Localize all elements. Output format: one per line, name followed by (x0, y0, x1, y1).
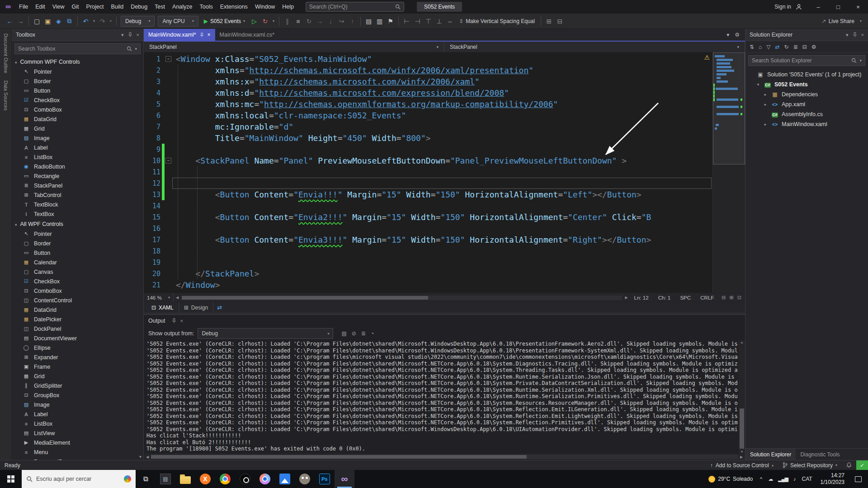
language-indicator[interactable]: CAT (799, 470, 815, 488)
toolbox-item-menu[interactable]: ≡Menu (12, 447, 143, 457)
menu-build[interactable]: Build (107, 0, 127, 14)
notifications-bell-icon[interactable] (842, 460, 856, 470)
hot-reload-dropdown-icon[interactable]: ▾ (271, 15, 276, 27)
toolbox-item-textbox[interactable]: ITextBox (12, 209, 143, 219)
scrollbar-thumb[interactable] (151, 455, 527, 459)
code-line-21[interactable]: 21</Window> (144, 279, 712, 291)
weather-widget[interactable]: 29°C Soleado (705, 470, 756, 488)
search-options-chevron-icon[interactable]: ▾ (859, 58, 862, 63)
code-line-5[interactable]: 5 xmlns:mc="http://schemas.openxmlformat… (144, 99, 712, 110)
output-source-dropdown[interactable]: Debug ▾ (198, 328, 333, 339)
tree-item-solution-s052-events-1-of-1-project[interactable]: ▣Solution 'S052 Events' (1 of 1 project) (745, 70, 868, 80)
document-outline-icon[interactable]: ▥ (374, 15, 385, 27)
collapse-all-icon[interactable]: ⊟ (802, 44, 807, 50)
toolbox-item-groupbox[interactable]: ⊡GroupBox (12, 390, 143, 400)
layout-rows-icon[interactable]: ⊟ (555, 15, 565, 27)
code-line-2[interactable]: 2 xmlns="http://schemas.microsoft.com/wi… (144, 65, 712, 76)
code-line-7[interactable]: 7 mc:Ignorable="d" (144, 121, 712, 132)
close-icon[interactable]: × (137, 32, 139, 38)
toolbox-item-button[interactable]: ▭Button (12, 248, 143, 258)
gimp-icon[interactable] (295, 470, 315, 488)
redo-icon[interactable]: ↷ (97, 15, 108, 27)
hot-reload-icon[interactable]: ↻ (260, 15, 270, 27)
pinned-dark-app-icon[interactable]: ▤ (156, 470, 175, 488)
cortana-icon[interactable] (124, 475, 131, 483)
code-line-3[interactable]: 3 xmlns:x="http://schemas.microsoft.com/… (144, 76, 712, 87)
quick-search[interactable] (306, 2, 404, 12)
messages-filter-icon[interactable]: ▤ (341, 330, 346, 337)
close-icon[interactable]: × (208, 32, 211, 38)
view-tab-xaml[interactable]: ⊡XAML (146, 302, 179, 313)
menu-project[interactable]: Project (83, 0, 108, 14)
zoom-level-select[interactable]: 146 % ▾ (144, 293, 174, 302)
toolbox-item-border[interactable]: ▢Border (12, 239, 143, 248)
select-repository-button[interactable]: Select Repository ▾ (778, 460, 842, 470)
toolbox-item-listbox[interactable]: ≡ListBox (12, 152, 143, 162)
output-vertical-scrollbar[interactable]: ▴ ▾ (739, 340, 745, 454)
toolbox-item-checkbox[interactable]: ☑CheckBox (12, 95, 143, 105)
toolbar-options-dropdown-icon[interactable]: ▾ (858, 15, 863, 27)
tree-item-assemblyinfo-cs[interactable]: C#AssemblyInfo.cs (745, 109, 868, 119)
toolbox-item-combobox[interactable]: ⊡ComboBox (12, 286, 143, 296)
toolbox-item-frame[interactable]: ▣Frame (12, 362, 143, 371)
toolbox-item-rectangle[interactable]: ▭Rectangle (12, 171, 143, 181)
switch-views-icon[interactable]: ⇅ (750, 44, 754, 50)
toolbox-item-textblock[interactable]: TTextBlock (12, 200, 143, 209)
menu-file[interactable]: File (15, 0, 32, 14)
undo-dropdown-icon[interactable]: ▾ (91, 15, 97, 27)
menu-window[interactable]: Window (251, 0, 278, 14)
toolbox-item-documentviewer[interactable]: ▤DocumentViewer (12, 333, 143, 343)
search-options-chevron-icon[interactable]: ▾ (135, 47, 137, 51)
edge-tab-data-sources[interactable]: Data Sources (3, 80, 9, 111)
layout-grid-icon[interactable]: ⊞ (544, 15, 554, 27)
code-editor[interactable]: 1−<Window x:Class="S052_Events.MainWindo… (144, 52, 745, 293)
stop-debugging-icon[interactable]: ■ (293, 15, 303, 27)
close-icon[interactable]: × (180, 318, 183, 324)
save-icon[interactable]: ◈ (53, 15, 64, 27)
editor-tab-mainwindow-xaml-cs[interactable]: MainWindow.xaml.cs* (215, 29, 279, 41)
toolbox-item-canvas[interactable]: ▢Canvas (12, 267, 143, 277)
toolbox-item-checkbox[interactable]: ☑CheckBox (12, 277, 143, 286)
new-file-icon[interactable]: ▢ (32, 15, 42, 27)
close-button[interactable]: × (848, 0, 868, 14)
code-line-18[interactable]: 18 (144, 245, 712, 257)
volume-icon[interactable]: ♪ (791, 470, 798, 488)
code-line-12[interactable]: 12 (144, 178, 712, 189)
minimap[interactable] (712, 52, 745, 293)
code-line-8[interactable]: 8 Title="MainWindow" Height="450" Width=… (144, 132, 712, 144)
code-line-11[interactable]: 11 (144, 166, 712, 178)
action-center-button[interactable] (850, 476, 866, 482)
pin-icon[interactable] (172, 318, 176, 324)
window-position-icon[interactable]: ▾ (121, 32, 124, 38)
toolbox-item-grid[interactable]: ▦Grid (12, 371, 143, 381)
code-line-20[interactable]: 20 </StackPanel> (144, 268, 712, 279)
collapsed-arrow-icon[interactable]: ▸ (763, 122, 768, 127)
toolbox-section-common-wpf-controls[interactable]: ▴Common WPF Controls (12, 56, 143, 67)
user-account-icon[interactable] (796, 4, 802, 10)
bottom-tab-diagnostic-tools[interactable]: Diagnostic Tools (796, 449, 844, 460)
code-line-4[interactable]: 4 xmlns:d="http://schemas.microsoft.com/… (144, 87, 712, 99)
add-to-source-control-button[interactable]: ↑ Add to Source Control ▴ (706, 460, 778, 470)
redo-dropdown-icon[interactable]: ▾ (108, 15, 113, 27)
scroll-up-icon[interactable]: ▴ (741, 340, 743, 344)
toolbox-item-pointer[interactable]: ↖Pointer (12, 229, 143, 239)
toolbox-item-datagrid[interactable]: ▦DataGrid (12, 114, 143, 124)
quick-search-input[interactable] (309, 4, 392, 10)
pin-icon[interactable] (200, 33, 204, 38)
toolbox-scroll-down-icon[interactable]: ▾ (139, 454, 142, 459)
align-rights-icon[interactable]: ⊣ (412, 15, 423, 27)
collapsed-arrow-icon[interactable]: ▸ (763, 92, 768, 97)
taskbar-search[interactable] (22, 470, 136, 488)
solution-search-input[interactable] (752, 57, 849, 64)
toolbox-item-pointer[interactable]: ↖Pointer (12, 67, 143, 76)
file-explorer-icon[interactable] (175, 470, 195, 488)
navigate-forward-icon[interactable]: → (15, 15, 26, 27)
code-line-15[interactable]: 15 <Button Content="Envia2!!!" Margin="1… (144, 211, 712, 223)
menu-extensions[interactable]: Extensions (217, 0, 251, 14)
scroll-down-icon[interactable]: ▾ (741, 450, 743, 454)
scroll-right-icon[interactable]: ▶ (623, 296, 630, 300)
menu-git[interactable]: Git (68, 0, 83, 14)
find-in-files-icon[interactable]: ▤ (363, 15, 374, 27)
start-button[interactable] (0, 470, 22, 488)
align-bottoms-icon[interactable]: ⊥ (434, 15, 444, 27)
